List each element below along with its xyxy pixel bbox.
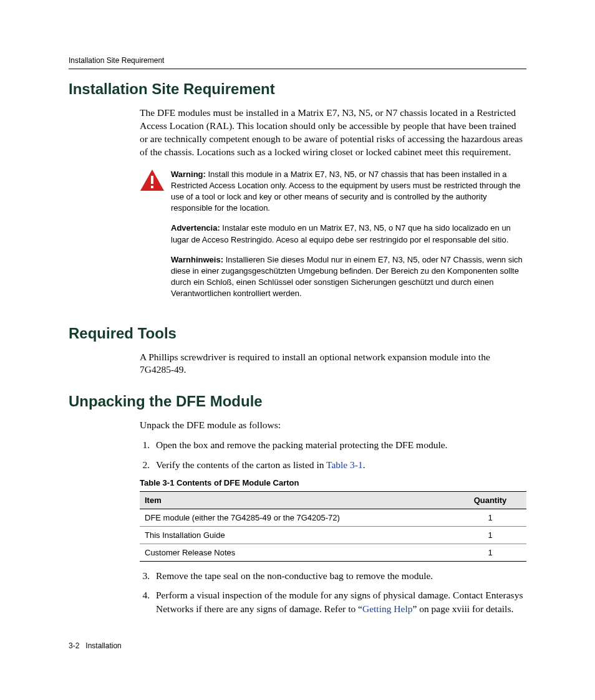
cell-qty: 1 [454, 544, 526, 561]
warning-de-label: Warnhinweis: [171, 255, 223, 264]
warning-block: Warning: Install this module in a Matrix… [140, 169, 526, 309]
table-ref-link[interactable]: Table 3-1 [326, 459, 363, 470]
warning-es-text: Instalar este modulo en un Matrix E7, N3… [171, 223, 511, 244]
footer-chapter: Installation [85, 641, 121, 650]
unpack-step-2-pre: Verify the contents of the carton as lis… [156, 459, 326, 470]
unpack-step-4: Perform a visual inspection of the modul… [152, 588, 526, 615]
heading-required-tools: Required Tools [69, 325, 526, 342]
warning-de-text: Installieren Sie dieses Modul nur in ein… [171, 255, 523, 299]
unpack-step-2-post: . [363, 459, 365, 470]
header-rule [69, 69, 526, 69]
unpack-step-2: Verify the contents of the carton as lis… [152, 458, 526, 472]
unpack-intro: Unpack the DFE module as follows: [140, 419, 526, 432]
cell-item: DFE module (either the 7G4285-49 or the … [140, 509, 454, 526]
warning-es: Advertencia: Instalar este modulo en un … [171, 223, 526, 245]
tools-body: A Phillips screwdriver is required to in… [140, 351, 526, 377]
getting-help-link[interactable]: Getting Help [362, 603, 413, 614]
warning-es-label: Advertencia: [171, 223, 220, 233]
unpack-step-1: Open the box and remove the packing mate… [152, 438, 526, 452]
cell-qty: 1 [454, 509, 526, 526]
th-item: Item [140, 491, 454, 509]
cell-item: Customer Release Notes [140, 544, 454, 561]
warning-en-text: Install this module in a Matrix E7, N3, … [171, 170, 521, 213]
heading-installation-site: Installation Site Requirement [69, 80, 526, 98]
cell-qty: 1 [454, 526, 526, 544]
page-footer: 3-2 Installation [69, 641, 122, 650]
footer-page-num: 3-2 [69, 641, 79, 650]
warning-text-group: Warning: Install this module in a Matrix… [171, 169, 526, 309]
warning-en: Warning: Install this module in a Matrix… [171, 169, 526, 214]
warning-icon [140, 169, 171, 191]
running-header: Installation Site Requirement [69, 56, 526, 65]
table-caption: Table 3-1 Contents of DFE Module Carton [140, 478, 526, 487]
site-body: The DFE modules must be installed in a M… [140, 107, 526, 159]
table-row: Customer Release Notes 1 [140, 544, 526, 561]
table-row: This Installation Guide 1 [140, 526, 526, 544]
svg-rect-1 [151, 176, 153, 184]
table-row: DFE module (either the 7G4285-49 or the … [140, 509, 526, 526]
unpack-steps: Open the box and remove the packing mate… [140, 438, 526, 471]
warning-en-label: Warning: [171, 170, 206, 179]
table-header-row: Item Quantity [140, 491, 526, 509]
carton-table: Item Quantity DFE module (either the 7G4… [140, 491, 526, 562]
unpack-steps-cont: Remove the tape seal on the non-conducti… [140, 569, 526, 616]
page: Installation Site Requirement Installati… [0, 0, 595, 700]
warning-de: Warnhinweis: Installieren Sie dieses Mod… [171, 254, 526, 300]
unpack-step-3: Remove the tape seal on the non-conducti… [152, 569, 526, 583]
heading-unpacking: Unpacking the DFE Module [69, 393, 526, 410]
th-qty: Quantity [454, 491, 526, 509]
svg-rect-2 [151, 186, 153, 188]
cell-item: This Installation Guide [140, 526, 454, 544]
unpack-step-4-post: ” on page xviii for details. [412, 603, 513, 614]
